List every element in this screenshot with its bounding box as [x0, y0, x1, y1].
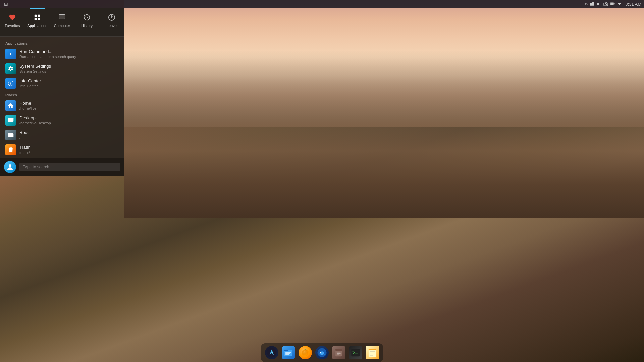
search-input[interactable] — [19, 163, 120, 171]
app-launcher-button[interactable]: ⊞ — [2, 1, 10, 7]
trash-name: Trash — [19, 145, 31, 150]
tray-battery[interactable] — [610, 1, 615, 7]
tray-arrow[interactable] — [616, 1, 622, 7]
system-settings-icon — [5, 63, 16, 74]
menu-item-home[interactable]: Home /home/live — [0, 98, 124, 113]
dolphin-icon — [315, 346, 329, 359]
svg-marker-4 — [597, 2, 599, 6]
svg-rect-14 — [38, 18, 40, 20]
desktop-folder-icon — [5, 115, 16, 126]
svg-rect-29 — [285, 354, 289, 355]
falcon-icon — [265, 346, 278, 359]
root-text: Root / — [19, 130, 29, 140]
svg-rect-27 — [285, 352, 291, 353]
run-command-name: Run Command... — [19, 49, 76, 55]
svg-rect-37 — [335, 349, 342, 351]
clock-display: 8:31 AM — [625, 2, 641, 7]
files-icon — [282, 346, 295, 359]
dock-item-orange[interactable] — [297, 345, 313, 361]
tray-camera[interactable] — [603, 1, 608, 7]
svg-rect-1 — [591, 3, 592, 6]
svg-rect-11 — [35, 15, 37, 17]
svg-rect-28 — [285, 353, 290, 354]
run-command-text: Run Command... Run a command or a search… — [19, 49, 76, 59]
tray-network[interactable] — [590, 1, 595, 7]
tab-history[interactable]: History — [74, 8, 99, 36]
info-center-text: Info Center Info Center — [19, 78, 41, 88]
desktop-desc: /home/live/Desktop — [19, 121, 51, 125]
tab-favorites[interactable]: Favorites — [0, 8, 25, 36]
computer-icon — [58, 14, 66, 22]
dock-item-falcon[interactable] — [264, 345, 280, 361]
svg-rect-8 — [614, 3, 614, 4]
menu-item-trash[interactable]: Trash trash:/ — [0, 142, 124, 157]
tray-volume[interactable] — [596, 1, 602, 7]
history-label: History — [81, 24, 93, 28]
menu-item-info-center[interactable]: Info Center Info Center — [0, 76, 124, 91]
tray-keyboard[interactable]: US — [583, 1, 588, 7]
info-center-name: Info Center — [19, 78, 41, 84]
svg-rect-26 — [284, 350, 288, 351]
root-desc: / — [19, 136, 29, 140]
notes-icon — [366, 346, 379, 359]
run-command-desc: Run a command or a search query — [19, 55, 76, 59]
archive-icon — [332, 346, 345, 359]
mountains — [124, 50, 644, 218]
section-places-header: Places — [0, 91, 124, 98]
svg-marker-10 — [618, 3, 621, 5]
favorites-icon — [9, 14, 16, 22]
desktop-name: Desktop — [19, 115, 51, 121]
trash-icon — [5, 144, 16, 155]
svg-rect-13 — [35, 18, 37, 20]
tab-leave[interactable]: Leave — [99, 8, 124, 36]
applications-label: Applications — [27, 24, 47, 28]
home-name: Home — [19, 101, 36, 106]
tab-applications[interactable]: Applications — [25, 8, 50, 36]
tab-computer[interactable]: Computer — [50, 8, 74, 36]
leave-icon — [108, 14, 115, 22]
svg-rect-21 — [8, 118, 14, 122]
svg-rect-2 — [592, 2, 593, 6]
info-center-desc: Info Center — [19, 84, 41, 88]
run-command-icon — [5, 49, 16, 59]
menu-item-system-settings[interactable]: System Settings System Settings — [0, 61, 124, 76]
menu-item-run-command[interactable]: Run Command... Run a command or a search… — [0, 47, 124, 61]
dock-item-terminal[interactable] — [347, 345, 364, 361]
section-applications-header: Applications — [0, 39, 124, 47]
desktop-text: Desktop /home/live/Desktop — [19, 115, 51, 125]
user-avatar[interactable] — [4, 161, 16, 173]
applications-icon — [34, 14, 41, 22]
leave-label: Leave — [107, 24, 117, 28]
svg-rect-41 — [351, 349, 360, 356]
menu-item-root[interactable]: Root / — [0, 128, 124, 142]
svg-point-35 — [320, 352, 321, 353]
dock-item-notes[interactable] — [364, 345, 380, 361]
svg-rect-44 — [369, 349, 376, 350]
dock-item-files[interactable] — [280, 345, 297, 361]
svg-rect-38 — [337, 352, 340, 352]
computer-label: Computer — [54, 24, 70, 28]
home-text: Home /home/live — [19, 101, 36, 111]
svg-point-31 — [302, 349, 309, 357]
svg-rect-16 — [59, 15, 65, 19]
taskbar — [0, 343, 644, 362]
home-icon — [5, 100, 16, 111]
dock-item-archive[interactable] — [331, 345, 347, 361]
favorites-label: Favorites — [5, 24, 20, 28]
system-settings-desc: System Settings — [19, 69, 51, 74]
dock-container — [261, 343, 383, 362]
trash-text: Trash trash:/ — [19, 145, 31, 155]
svg-rect-3 — [593, 2, 594, 6]
panel-right: US — [583, 1, 644, 7]
top-panel: ⊞ US — [0, 0, 644, 8]
trash-desc: trash:/ — [19, 150, 31, 155]
dock-item-dolphin[interactable] — [314, 345, 330, 361]
svg-rect-12 — [38, 15, 40, 17]
menu-item-desktop[interactable]: Desktop /home/live/Desktop — [0, 113, 124, 128]
menu-bottom — [0, 158, 124, 176]
menu-tabs: Favorites Applications Comp — [0, 8, 124, 37]
svg-point-23 — [9, 164, 11, 167]
terminal-icon — [349, 346, 362, 359]
history-icon — [83, 14, 91, 22]
menu-content: Applications Run Command... Run a comman… — [0, 37, 124, 158]
